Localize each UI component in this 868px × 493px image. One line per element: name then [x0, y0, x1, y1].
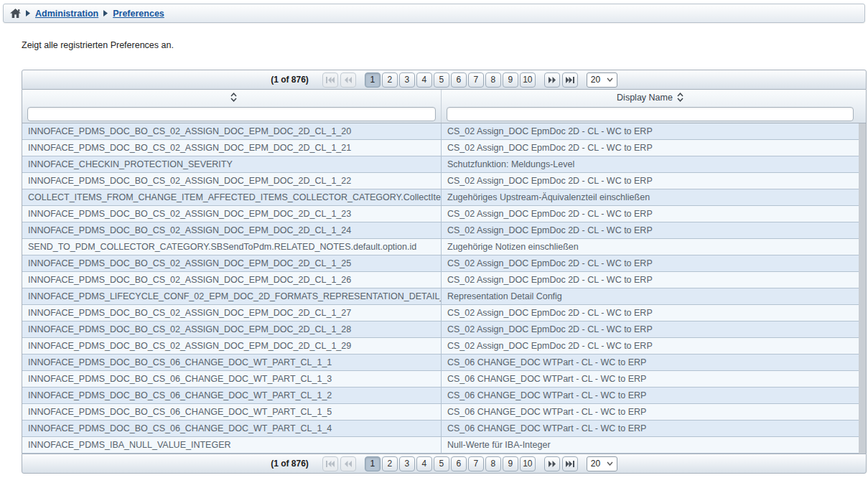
first-page-button[interactable] [322, 72, 338, 88]
page-button-1[interactable]: 1 [365, 72, 381, 88]
display-name-cell: CS_06 CHANGE_DOC WTPart - CL - WC to ERP [442, 355, 859, 370]
rows-per-page-dropdown[interactable]: 20 [587, 72, 617, 88]
display-name-cell: Schutzfunktion: Meldungs-Level [442, 156, 859, 172]
table-row[interactable]: INNOFACE_PDMS_DOC_BO_CS_06_CHANGE_DOC_WT… [22, 388, 859, 404]
table-row[interactable]: INNOFACE_PDMS_DOC_BO_CS_02_ASSIGN_DOC_EP… [22, 222, 859, 239]
preference-name-cell: INNOFACE_PDMS_DOC_BO_CS_02_ASSIGN_DOC_EP… [22, 206, 442, 222]
paginator-bottom: (1 of 876)1234567891020 [22, 454, 867, 474]
display-name-cell: Zugehörige Notizen einschließen [442, 239, 859, 255]
display-name-cell: CS_06 CHANGE_DOC WTPart - CL - WC to ERP [442, 371, 859, 387]
display-name-cell: CS_06 CHANGE_DOC WTPart - CL - WC to ERP [442, 404, 859, 420]
page-button-4[interactable]: 4 [416, 456, 432, 471]
preferences-table-panel: (1 of 876)1234567891020 Display Name [22, 70, 867, 474]
preference-name-cell: INNOFACE_PDMS_DOC_BO_CS_02_ASSIGN_DOC_EP… [22, 321, 442, 337]
preference-name-cell: COLLECT_ITEMS_FROM_CHANGE_ITEM_AFFECTED_… [22, 189, 442, 205]
page-button-4[interactable]: 4 [416, 72, 432, 88]
display-name-cell: CS_06 CHANGE_DOC WTPart - CL - WC to ERP [442, 388, 859, 403]
preference-name-cell: INNOFACE_CHECKIN_PROTECTION_SEVERITY [22, 156, 442, 172]
column-header-name[interactable] [22, 90, 442, 105]
page-button-5[interactable]: 5 [434, 456, 449, 471]
sort-icon [230, 93, 237, 102]
next-page-button[interactable] [544, 456, 560, 471]
table-row[interactable]: INNOFACE_PDMS_DOC_BO_CS_06_CHANGE_DOC_WT… [22, 404, 859, 421]
last-page-button[interactable] [562, 456, 578, 471]
breadcrumb-item-preferences[interactable]: Preferences [113, 9, 164, 19]
preference-name-cell: INNOFACE_PDMS_DOC_BO_CS_06_CHANGE_DOC_WT… [22, 388, 442, 403]
preference-name-cell: INNOFACE_PDMS_DOC_BO_CS_06_CHANGE_DOC_WT… [22, 355, 442, 370]
preference-name-cell: INNOFACE_PDMS_DOC_BO_CS_02_ASSIGN_DOC_EP… [22, 173, 442, 189]
page-button-1[interactable]: 1 [365, 456, 381, 471]
display-name-cell: CS_02 Assign_DOC EpmDoc 2D - CL - WC to … [442, 123, 859, 139]
paginator-current-page-report: (1 of 876) [271, 459, 309, 469]
last-page-button[interactable] [562, 72, 578, 88]
page-button-2[interactable]: 2 [382, 456, 398, 471]
chevron-down-icon [607, 461, 613, 466]
page-button-6[interactable]: 6 [451, 72, 467, 88]
display-name-cell: CS_02 Assign_DOC EpmDoc 2D - CL - WC to … [442, 321, 859, 337]
page-links: 12345678910 [365, 72, 536, 88]
preference-name-cell: INNOFACE_PDMS_DOC_BO_CS_02_ASSIGN_DOC_EP… [22, 272, 442, 288]
preference-name-cell: INNOFACE_PDMS_IBA_NULL_VALUE_INTEGER [22, 437, 442, 453]
page-button-6[interactable]: 6 [451, 456, 467, 471]
preference-name-cell: INNOFACE_PDMS_DOC_BO_CS_02_ASSIGN_DOC_EP… [22, 222, 442, 238]
page-button-7[interactable]: 7 [468, 456, 484, 471]
page-button-3[interactable]: 3 [399, 456, 415, 471]
page-button-10[interactable]: 10 [520, 72, 536, 88]
table-row[interactable]: INNOFACE_PDMS_IBA_NULL_VALUE_INTEGERNull… [22, 437, 859, 454]
table-row[interactable]: INNOFACE_PDMS_DOC_BO_CS_02_ASSIGN_DOC_EP… [22, 272, 859, 288]
breadcrumb-item-administration[interactable]: Administration [35, 9, 98, 19]
page-button-3[interactable]: 3 [399, 72, 415, 88]
previous-page-button[interactable] [340, 72, 356, 88]
table-row[interactable]: INNOFACE_PDMS_DOC_BO_CS_02_ASSIGN_DOC_EP… [22, 140, 859, 156]
preference-name-cell: INNOFACE_PDMS_DOC_BO_CS_02_ASSIGN_DOC_EP… [22, 338, 442, 354]
column-header-display-name[interactable]: Display Name [442, 90, 859, 105]
preference-name-cell: INNOFACE_PDMS_DOC_BO_CS_02_ASSIGN_DOC_EP… [22, 305, 442, 321]
home-icon[interactable] [10, 9, 21, 18]
display-name-cell: CS_02 Assign_DOC EpmDoc 2D - CL - WC to … [442, 255, 859, 271]
display-name-cell: CS_02 Assign_DOC EpmDoc 2D - CL - WC to … [442, 140, 859, 156]
display-name-cell: CS_02 Assign_DOC EpmDoc 2D - CL - WC to … [442, 206, 859, 222]
page-button-2[interactable]: 2 [382, 72, 398, 88]
table-row[interactable]: INNOFACE_PDMS_DOC_BO_CS_02_ASSIGN_DOC_EP… [22, 173, 859, 189]
table-row[interactable]: INNOFACE_CHECKIN_PROTECTION_SEVERITYSchu… [22, 156, 859, 173]
display-name-cell: CS_02 Assign_DOC EpmDoc 2D - CL - WC to … [442, 305, 859, 321]
page-button-8[interactable]: 8 [485, 456, 501, 471]
table-body: INNOFACE_PDMS_DOC_BO_CS_02_ASSIGN_DOC_EP… [22, 123, 867, 454]
display-name-cell: CS_02 Assign_DOC EpmDoc 2D - CL - WC to … [442, 338, 859, 354]
previous-page-button[interactable] [340, 456, 356, 471]
page-button-10[interactable]: 10 [520, 456, 536, 471]
table-row[interactable]: INNOFACE_PDMS_DOC_BO_CS_06_CHANGE_DOC_WT… [22, 355, 859, 371]
table-row[interactable]: INNOFACE_PDMS_DOC_BO_CS_06_CHANGE_DOC_WT… [22, 421, 859, 437]
rows-per-page-value: 20 [591, 459, 600, 469]
table-row[interactable]: SEND_TO_PDM_COLLECTOR_CATEGORY.SBSendToP… [22, 239, 859, 255]
preference-name-cell: INNOFACE_PDMS_DOC_BO_CS_06_CHANGE_DOC_WT… [22, 404, 442, 420]
display-name-filter-input[interactable] [447, 107, 854, 121]
page-button-7[interactable]: 7 [468, 72, 484, 88]
table-row[interactable]: COLLECT_ITEMS_FROM_CHANGE_ITEM_AFFECTED_… [22, 189, 859, 206]
first-page-button[interactable] [322, 456, 338, 471]
table-header: Display Name [22, 90, 867, 123]
table-row[interactable]: INNOFACE_PDMS_DOC_BO_CS_02_ASSIGN_DOC_EP… [22, 338, 859, 355]
display-name-cell: Null-Werte für IBA-Integer [442, 437, 859, 453]
table-row[interactable]: INNOFACE_PDMS_DOC_BO_CS_06_CHANGE_DOC_WT… [22, 371, 859, 388]
page-button-8[interactable]: 8 [485, 72, 501, 88]
name-filter-input[interactable] [27, 107, 436, 121]
preference-name-cell: INNOFACE_PDMS_DOC_BO_CS_02_ASSIGN_DOC_EP… [22, 255, 442, 271]
page-button-9[interactable]: 9 [503, 72, 518, 88]
next-page-button[interactable] [544, 72, 560, 88]
page-button-9[interactable]: 9 [503, 456, 518, 471]
preference-name-cell: INNOFACE_PDMS_DOC_BO_CS_06_CHANGE_DOC_WT… [22, 421, 442, 436]
paginator-top: (1 of 876)1234567891020 [22, 70, 867, 90]
table-row[interactable]: INNOFACE_PDMS_DOC_BO_CS_02_ASSIGN_DOC_EP… [22, 321, 859, 338]
table-row[interactable]: INNOFACE_PDMS_DOC_BO_CS_02_ASSIGN_DOC_EP… [22, 206, 859, 222]
rows-per-page-dropdown[interactable]: 20 [587, 456, 617, 471]
chevron-down-icon [607, 78, 613, 82]
chevron-right-icon [103, 10, 108, 17]
preference-name-cell: INNOFACE_PDMS_DOC_BO_CS_06_CHANGE_DOC_WT… [22, 371, 442, 387]
page-button-5[interactable]: 5 [434, 72, 449, 88]
table-row[interactable]: INNOFACE_PDMS_LIFECYCLE_CONF_02_EPM_DOC_… [22, 288, 859, 305]
display-name-cell: CS_02 Assign_DOC EpmDoc 2D - CL - WC to … [442, 272, 859, 288]
table-row[interactable]: INNOFACE_PDMS_DOC_BO_CS_02_ASSIGN_DOC_EP… [22, 305, 859, 321]
table-row[interactable]: INNOFACE_PDMS_DOC_BO_CS_02_ASSIGN_DOC_EP… [22, 123, 859, 140]
table-row[interactable]: INNOFACE_PDMS_DOC_BO_CS_02_ASSIGN_DOC_EP… [22, 255, 859, 272]
